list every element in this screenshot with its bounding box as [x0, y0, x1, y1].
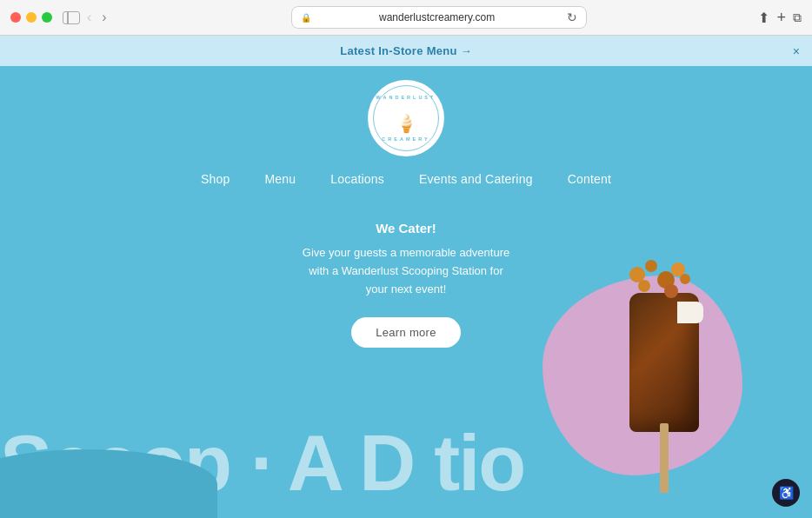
nav-item-menu[interactable]: Menu — [264, 172, 296, 186]
nav-item-content[interactable]: Content — [568, 172, 611, 186]
tab-overview-button[interactable]: ⧉ — [793, 10, 802, 25]
logo-container: WANDERLUST 🍦 CREAMERY — [0, 80, 812, 156]
share-button[interactable]: ⬆ — [758, 10, 769, 26]
browser-chrome: ‹ › 🔒 wanderlustcreamery.com ↻ ⬆ + ⧉ — [0, 0, 812, 36]
browser-actions: ⬆ + ⧉ — [758, 9, 802, 27]
logo-inner: WANDERLUST 🍦 CREAMERY — [373, 85, 439, 151]
hero-title: We Cater! — [376, 221, 436, 236]
banner-close-button[interactable]: × — [793, 45, 800, 57]
logo-brand-bottom: CREAMERY — [382, 136, 429, 142]
main-navigation: Shop Menu Locations Events and Catering … — [0, 172, 812, 186]
accessibility-icon: ♿ — [779, 486, 794, 500]
ice-cream-illustration — [612, 249, 716, 493]
url-display: wanderlustcreamery.com — [315, 11, 560, 23]
address-bar[interactable]: 🔒 wanderlustcreamery.com ↻ — [126, 6, 752, 29]
banner-text: Latest In-Store Menu — [340, 44, 457, 57]
back-button[interactable]: ‹ — [83, 9, 95, 26]
banner-arrow-icon: → — [461, 44, 472, 57]
traffic-lights — [10, 12, 52, 23]
reload-button[interactable]: ↻ — [567, 10, 577, 24]
logo-ice-cream-icon: 🍦 — [396, 113, 417, 134]
close-window-button[interactable] — [10, 12, 21, 23]
browser-titlebar: ‹ › 🔒 wanderlustcreamery.com ↻ ⬆ + ⧉ — [0, 0, 812, 35]
learn-more-button[interactable]: Learn more — [351, 317, 460, 348]
nav-item-events[interactable]: Events and Catering — [419, 172, 533, 186]
sidebar-toggle-button[interactable] — [63, 11, 80, 24]
website-content: Latest In-Store Menu → × WANDERLUST 🍦 CR… — [0, 36, 812, 518]
logo-brand-top: WANDERLUST — [376, 95, 436, 100]
forward-button[interactable]: › — [98, 9, 110, 26]
top-banner: Latest In-Store Menu → × — [0, 36, 812, 66]
logo-circle: WANDERLUST 🍦 CREAMERY — [368, 80, 444, 156]
maximize-window-button[interactable] — [42, 12, 52, 23]
hero-description: Give your guests a memorable adventure w… — [302, 244, 510, 298]
nav-item-locations[interactable]: Locations — [330, 172, 384, 186]
new-tab-button[interactable]: + — [776, 9, 786, 27]
minimize-window-button[interactable] — [26, 12, 37, 23]
nav-item-shop[interactable]: Shop — [201, 172, 230, 186]
accessibility-button[interactable]: ♿ — [772, 479, 800, 507]
lock-icon: 🔒 — [301, 13, 311, 23]
browser-controls: ‹ › — [63, 9, 110, 26]
